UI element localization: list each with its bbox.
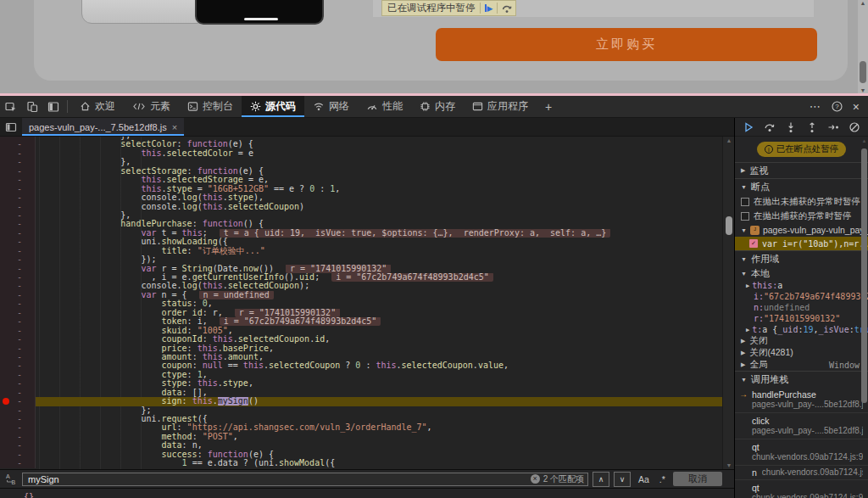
- navigator-toggle-icon[interactable]: [0, 118, 22, 136]
- clear-search-icon[interactable]: ×: [531, 474, 540, 484]
- scope-var[interactable]: ▶t: a {_uid: 19, _isVue: true: [735, 324, 868, 335]
- memory-icon: [420, 101, 431, 112]
- scope-var[interactable]: i: "67c2b749a674f48993b2d4c5": [735, 291, 868, 302]
- dock-side-icon[interactable]: [42, 96, 64, 117]
- callstack-frame[interactable]: →handlePurchasepages-vuln_pay-....5be12d…: [735, 387, 868, 413]
- breakpoint-gutter[interactable]: -: [0, 397, 36, 406]
- step-over-icon[interactable]: [764, 121, 776, 133]
- callstack-frame[interactable]: nchunk-vendors.09ab7124.js:9: [735, 466, 868, 480]
- breakpoint-file-group[interactable]: ▼ ᴶ pages-vuln_pay-vuln_pay_7...: [735, 223, 868, 237]
- scroll-down-arrow[interactable]: ▼: [723, 462, 734, 468]
- breakpoint-dot[interactable]: [3, 398, 9, 405]
- scrollbar-thumb[interactable]: [726, 216, 732, 235]
- code-line: - },: [0, 158, 722, 166]
- help-icon[interactable]: ?: [832, 101, 843, 112]
- frame-name: qt: [752, 442, 863, 452]
- scroll-down-arrow[interactable]: ▼: [858, 87, 868, 93]
- editor-statusbar: {}: [0, 488, 734, 498]
- code-text: },: [36, 211, 722, 220]
- file-tabbar: pages-vuln_pay-..._7.5be12df8.js ×: [0, 118, 734, 137]
- file-tab-close-icon[interactable]: ×: [172, 122, 177, 132]
- resume-script-icon[interactable]: ▶: [485, 4, 493, 13]
- scope-var[interactable]: ▶this: a: [735, 280, 868, 291]
- breakpoint-entry[interactable]: ✓ var i=r("10ab"),n=r... 8: [735, 237, 868, 250]
- scope-section-header[interactable]: ▼ 作用域: [735, 250, 868, 266]
- scope-group[interactable]: ▶全局Window: [735, 359, 868, 371]
- scroll-up-arrow[interactable]: ▲: [858, 0, 868, 6]
- sidebar-scrollbar[interactable]: ▲: [860, 138, 868, 498]
- callstack-frame[interactable]: qtchunk-vendors.09ab7124.js:9: [735, 439, 868, 466]
- scope-group-label: 关闭: [749, 335, 767, 347]
- buy-now-button[interactable]: 立即购买: [436, 28, 817, 61]
- page-scrollbar[interactable]: ▲ ▼: [858, 0, 868, 93]
- tab-application[interactable]: 应用程序: [464, 96, 537, 117]
- frame-name: click: [752, 416, 863, 426]
- code-editor[interactable]: - },- selectColor: function(e) {- this.s…: [0, 137, 722, 469]
- scope-group[interactable]: ▶关闭: [735, 335, 868, 347]
- cancel-search-button[interactable]: 取消: [673, 472, 722, 486]
- tab-network[interactable]: 网络: [304, 96, 358, 117]
- breakpoint-gutter[interactable]: -: [0, 459, 36, 467]
- scope-label: 作用域: [751, 253, 779, 266]
- scope-var[interactable]: n: undefined: [735, 302, 868, 313]
- scope-group[interactable]: ▶关闭(4281): [735, 347, 868, 359]
- customize-devtools-icon[interactable]: ⋯: [810, 100, 821, 113]
- tab-code[interactable]: 元素: [124, 96, 179, 117]
- watch-section-header[interactable]: ▶ 监视: [735, 162, 868, 178]
- step-icon[interactable]: [827, 121, 839, 133]
- breakpoint-gutter[interactable]: -: [0, 255, 36, 264]
- chevron-down-icon: ▼: [741, 271, 747, 277]
- match-case-button[interactable]: Aa: [636, 474, 652, 484]
- tab-label: 元素: [150, 99, 170, 114]
- checkbox-unchecked[interactable]: [741, 212, 749, 221]
- step-out-icon[interactable]: [806, 121, 818, 133]
- tab-memory[interactable]: 内存: [411, 96, 464, 117]
- code-line: - uni.showLoading({: [0, 238, 722, 246]
- code-line: - console.log(this.selectedCoupon);: [0, 282, 722, 290]
- file-tab[interactable]: pages-vuln_pay-..._7.5be12df8.js ×: [22, 118, 184, 136]
- scroll-up-arrow[interactable]: ▲: [723, 137, 734, 143]
- breakpoint-gutter[interactable]: -: [0, 193, 36, 202]
- scroll-up-arrow[interactable]: ▲: [860, 138, 868, 143]
- code-line: - couponId: this.selectedCoupon.id,: [0, 335, 722, 344]
- tab-sources[interactable]: 源代码: [242, 96, 304, 117]
- device-emulation-icon[interactable]: [21, 96, 42, 117]
- regex-button[interactable]: .*: [657, 474, 668, 484]
- pretty-print-icon[interactable]: {}: [24, 492, 34, 498]
- step-into-icon[interactable]: [785, 121, 797, 133]
- callstack-frame[interactable]: clickpages-vuln_pay-....5be12df8.js:8: [735, 413, 868, 439]
- next-match-button[interactable]: ∨: [614, 472, 631, 487]
- deactivate-breakpoints-icon[interactable]: [849, 121, 860, 133]
- phone-image-back: [81, 0, 207, 24]
- pause-uncaught-label: 在抛出未捕获的异常时暂停: [754, 196, 860, 208]
- code-text: ctype: 1,: [36, 371, 722, 379]
- tab-home[interactable]: 欢迎: [71, 96, 124, 117]
- breakpoints-section-header[interactable]: ▼ 断点: [735, 178, 868, 194]
- scope-var[interactable]: r: "1741015990132": [735, 313, 868, 324]
- pause-caught-exceptions-row[interactable]: 在抛出捕获的异常时暂停: [735, 209, 868, 223]
- callstack-section-header[interactable]: ▼ 调用堆栈: [735, 371, 868, 387]
- scrollbar-thumb[interactable]: [861, 148, 867, 403]
- tab-performance[interactable]: 性能: [358, 96, 411, 117]
- checkbox-unchecked[interactable]: [741, 198, 749, 206]
- more-tools-button[interactable]: +: [537, 96, 560, 117]
- scope-local-header[interactable]: ▼ 本地: [735, 266, 868, 280]
- callstack-frame[interactable]: qtchunk-vendors.09ab7124.js:9: [735, 480, 868, 498]
- code-icon: [132, 101, 146, 112]
- scrollbar-thumb[interactable]: [860, 61, 866, 83]
- code-line: - coupon: null == this.selectedCoupon ? …: [0, 361, 722, 370]
- checkbox-checked[interactable]: ✓: [749, 239, 758, 248]
- tab-console[interactable]: 控制台: [179, 96, 242, 117]
- close-devtools-icon[interactable]: ×: [853, 100, 860, 114]
- previous-match-button[interactable]: ∧: [593, 472, 609, 487]
- pause-uncaught-exceptions-row[interactable]: 在抛出未捕获的异常时暂停: [735, 194, 868, 209]
- eval-value-hint: t = a {_uid: 19, _isVue: true, $options:…: [220, 229, 611, 238]
- resume-icon[interactable]: [743, 121, 754, 133]
- replace-toggle-icon[interactable]: AB: [5, 473, 17, 485]
- editor-scrollbar[interactable]: ▲ ▼: [722, 137, 734, 469]
- code-line: - 1 == e.data ? (uni.showModal({: [0, 459, 722, 467]
- inspect-element-icon[interactable]: [0, 96, 21, 117]
- breakpoint-gutter[interactable]: -: [0, 335, 36, 344]
- search-input[interactable]: mySign × 2 个匹配项: [22, 473, 588, 486]
- step-over-icon[interactable]: [502, 3, 512, 14]
